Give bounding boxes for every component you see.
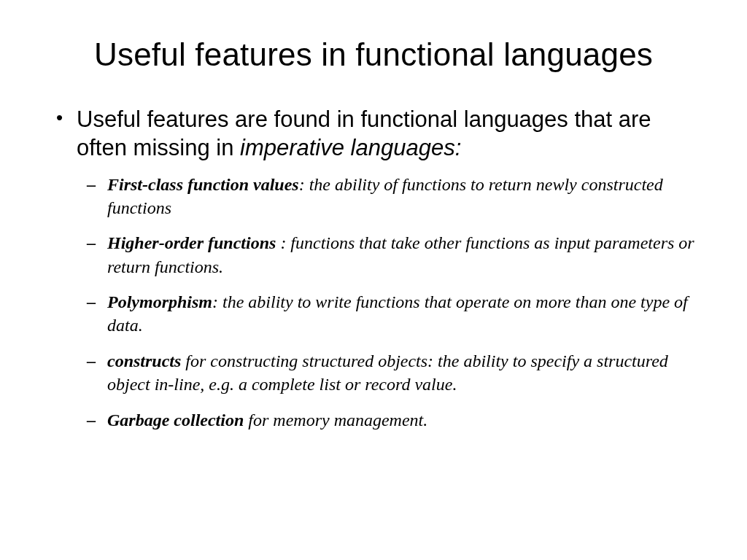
sub-bullet-item: Higher-order functions : functions that … [107, 231, 703, 279]
feature-desc: for constructing structured objects: the… [107, 351, 668, 394]
main-bullet-item: Useful features are found in functional … [77, 106, 703, 432]
main-bullet-list: Useful features are found in functional … [44, 106, 703, 432]
sub-bullet-item: Garbage collection for memory management… [107, 408, 703, 432]
feature-term: Higher-order functions [107, 233, 276, 252]
feature-desc: for memory management. [244, 411, 427, 429]
sub-bullet-item: Polymorphism: the ability to write funct… [107, 290, 703, 338]
sub-bullet-item: constructs for constructing structured o… [107, 349, 703, 397]
slide-title: Useful features in functional languages [44, 36, 703, 73]
feature-term: First-class function values [107, 175, 299, 194]
sub-bullet-list: First-class function values: the ability… [77, 173, 703, 432]
main-text-italic: imperative languages: [240, 135, 461, 160]
feature-term: Polymorphism [107, 292, 212, 311]
sub-bullet-item: First-class function values: the ability… [107, 173, 703, 220]
feature-term: Garbage collection [107, 411, 244, 429]
feature-term: constructs [107, 351, 181, 370]
